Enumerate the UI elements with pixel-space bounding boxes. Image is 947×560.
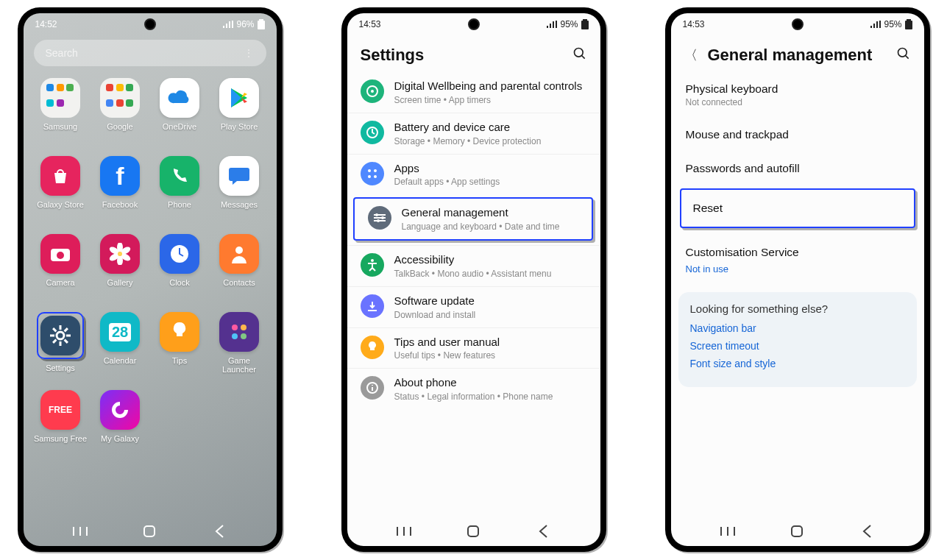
svg-point-34 <box>374 169 377 172</box>
search-icon[interactable] <box>572 46 587 64</box>
settings-row-care[interactable]: Battery and device careStorage • Memory … <box>347 113 600 154</box>
suggestion-link[interactable]: Navigation bar <box>690 322 905 334</box>
svg-rect-1 <box>258 21 265 29</box>
svg-rect-42 <box>468 526 478 536</box>
more-icon[interactable]: ⋮ <box>244 47 255 59</box>
row-subtitle: Status • Legal information • Phone name <box>394 391 587 402</box>
back-icon[interactable]: 〈 <box>684 46 698 64</box>
settings-row-a11y[interactable]: AccessibilityTalkBack • Mono audio • Ass… <box>347 245 600 286</box>
gm-row-customisation-service[interactable]: Customisation ServiceNot in use <box>671 235 924 285</box>
app-calendar[interactable]: 28Calendar <box>92 312 149 386</box>
gm-row-reset[interactable]: Reset <box>680 188 915 228</box>
suggestion-link[interactable]: Font size and style <box>690 358 905 369</box>
row-title: Passwords and autofill <box>686 162 909 175</box>
svg-rect-20 <box>50 335 54 337</box>
app-samsung-free[interactable]: FREESamsung Free <box>32 390 89 464</box>
search-placeholder: Search <box>46 47 78 59</box>
row-subtitle: Language and keyboard • Date and time <box>402 221 578 232</box>
app-clock[interactable]: Clock <box>152 234 208 308</box>
wellbeing-icon <box>361 79 384 103</box>
app-google[interactable]: Google <box>92 78 149 152</box>
signal-icon <box>870 21 881 28</box>
app-label: Settings <box>46 364 75 372</box>
back-button[interactable] <box>534 522 552 540</box>
settings-row-wellbeing[interactable]: Digital Wellbeing and parental controlsS… <box>347 72 600 113</box>
svg-point-35 <box>368 175 371 178</box>
back-button[interactable] <box>858 522 876 540</box>
status-time: 14:53 <box>359 19 381 29</box>
settings-list: Digital Wellbeing and parental controlsS… <box>347 72 600 517</box>
settings-row-apps[interactable]: AppsDefault apps • App settings <box>347 154 600 195</box>
home-button[interactable] <box>464 522 482 540</box>
app-label: Messages <box>221 200 258 209</box>
settings-row-bulb[interactable]: Tips and user manualUseful tips • New fe… <box>347 327 600 369</box>
svg-point-12 <box>235 247 243 254</box>
settings-row-sliders[interactable]: General managementLanguage and keyboard … <box>353 197 593 241</box>
svg-point-13 <box>57 332 64 339</box>
back-button[interactable] <box>210 522 228 540</box>
svg-rect-26 <box>144 526 155 536</box>
svg-rect-19 <box>52 339 57 344</box>
svg-point-3 <box>57 252 64 259</box>
app-samsung[interactable]: Samsung <box>32 78 89 152</box>
svg-rect-21 <box>52 327 57 332</box>
row-sublink: Not in use <box>686 263 909 274</box>
app-onedrive[interactable]: OneDrive <box>152 78 208 152</box>
app-play-store[interactable]: Play Store <box>211 78 268 152</box>
row-subtitle: Storage • Memory • Device protection <box>394 136 587 146</box>
recents-button[interactable] <box>719 522 737 540</box>
row-title: Reset <box>693 202 902 215</box>
status-time: 14:52 <box>35 19 57 29</box>
recents-button[interactable] <box>395 522 413 540</box>
nav-bar <box>347 517 600 546</box>
settings-row-update[interactable]: Software updateDownload and install <box>347 286 600 327</box>
gm-row-physical-keyboard[interactable]: Physical keyboardNot connected <box>671 72 924 118</box>
app-game-launcher[interactable]: Game Launcher <box>211 312 268 386</box>
svg-rect-44 <box>905 21 912 29</box>
app-phone[interactable]: Phone <box>152 156 208 230</box>
svg-rect-27 <box>583 19 587 21</box>
app-facebook[interactable]: fFacebook <box>92 156 149 230</box>
home-button[interactable] <box>141 522 158 540</box>
row-title: Apps <box>394 162 587 176</box>
suggestion-link[interactable]: Screen timeout <box>690 340 905 352</box>
app-gallery[interactable]: Gallery <box>92 234 149 308</box>
app-contacts[interactable]: Contacts <box>211 234 268 308</box>
svg-rect-18 <box>60 341 62 346</box>
svg-rect-46 <box>792 526 802 536</box>
row-title: Customisation Service <box>686 246 909 259</box>
app-label: Galaxy Store <box>37 200 84 209</box>
app-camera[interactable]: Camera <box>32 234 89 308</box>
settings-header: Settings <box>347 35 600 72</box>
gm-row-mouse-and-trackpad[interactable]: Mouse and trackpad <box>671 118 924 152</box>
row-title: Physical keyboard <box>686 82 909 96</box>
row-title: About phone <box>394 376 587 390</box>
svg-point-39 <box>377 219 380 222</box>
svg-point-29 <box>574 49 583 57</box>
app-tips[interactable]: Tips <box>152 312 208 386</box>
search-input[interactable]: Search ⋮ <box>34 40 266 66</box>
app-label: My Galaxy <box>101 434 139 443</box>
row-subtitle: TalkBack • Mono audio • Assistant menu <box>394 269 587 279</box>
status-bar: 14:53 95% <box>671 13 924 35</box>
app-messages[interactable]: Messages <box>211 156 268 230</box>
app-settings[interactable]: Settings <box>32 312 89 386</box>
status-battery: 95% <box>884 19 901 29</box>
svg-rect-28 <box>581 21 589 29</box>
search-icon[interactable] <box>896 46 911 64</box>
svg-point-23 <box>241 325 246 330</box>
app-my-galaxy[interactable]: My Galaxy <box>92 390 149 464</box>
page-title: General management <box>708 46 873 65</box>
settings-row-info[interactable]: About phoneStatus • Legal information • … <box>347 368 600 409</box>
app-label: Facebook <box>102 200 138 209</box>
gm-row-passwords-and-autofill[interactable]: Passwords and autofill <box>671 152 924 185</box>
battery-icon <box>905 19 912 29</box>
svg-rect-16 <box>66 335 71 337</box>
recents-button[interactable] <box>71 522 89 540</box>
care-icon <box>361 121 384 144</box>
app-galaxy-store[interactable]: Galaxy Store <box>32 156 89 230</box>
app-label: OneDrive <box>163 122 196 131</box>
svg-point-25 <box>241 333 246 339</box>
home-button[interactable] <box>788 522 806 540</box>
svg-point-33 <box>368 169 371 172</box>
